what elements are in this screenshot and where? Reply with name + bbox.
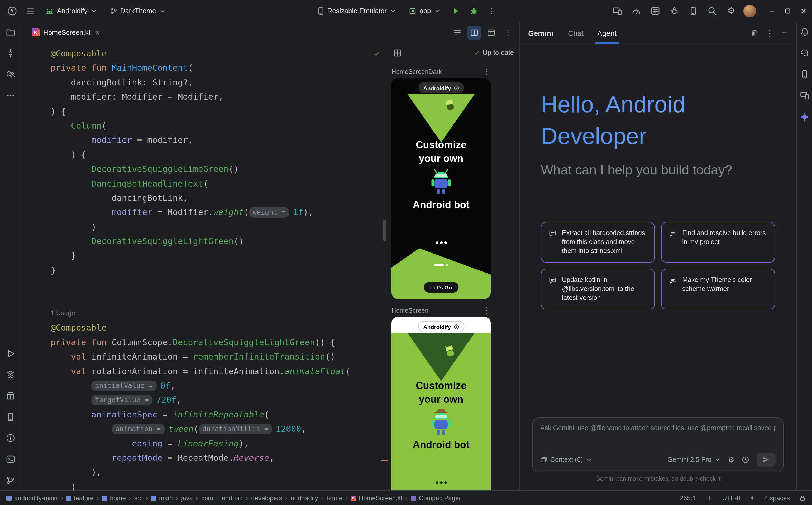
phone-preview-light[interactable]: Androidify Customize your own (391, 317, 491, 490)
suggestion-card[interactable]: Extract all hardcoded strings from this … (541, 222, 655, 263)
minimize-button[interactable] (769, 8, 775, 14)
notifications-button[interactable] (800, 27, 809, 37)
packages-tool-button[interactable] (6, 391, 15, 400)
info-icon (454, 324, 459, 329)
branch-selector[interactable]: DarkTheme (106, 5, 170, 17)
running-devices-button[interactable] (610, 4, 624, 18)
debug-button[interactable] (467, 4, 480, 18)
emulator-tool-button[interactable] (6, 412, 15, 422)
breadcrumb-separator: › (246, 494, 248, 502)
indentation[interactable]: 4 spaces (765, 494, 790, 502)
gemini-tool-button[interactable] (799, 112, 810, 122)
editor-tab[interactable]: K HomeScreen.kt × (25, 22, 106, 43)
profiler-button[interactable] (629, 4, 643, 18)
breadcrumb-item[interactable]: androidify (291, 494, 318, 502)
suggestion-card[interactable]: Find and resolve build errors in my proj… (661, 222, 775, 263)
gradle-tool-button[interactable] (800, 48, 809, 58)
run-button[interactable] (449, 4, 462, 18)
editor-options-button[interactable]: ⋮ (501, 26, 515, 39)
close-button[interactable] (800, 8, 807, 14)
tab-agent[interactable]: Agent (597, 22, 616, 44)
breadcrumb-item[interactable]: home (327, 494, 342, 502)
breadcrumb-separator: › (196, 494, 198, 502)
device-manager-button[interactable] (686, 4, 700, 18)
split-view-button[interactable] (467, 26, 481, 39)
chevron-down-icon (434, 8, 440, 14)
suggestion-card[interactable]: Make my Theme's color scheme warmer (661, 269, 775, 309)
editor-scrollbar[interactable] (383, 220, 386, 241)
run-tool-button[interactable] (6, 349, 15, 358)
more-run-actions-button[interactable]: ⋮ (485, 4, 498, 18)
logcat-button[interactable] (649, 4, 662, 18)
design-view-button[interactable] (484, 26, 498, 39)
settings-button[interactable]: ⚙ (724, 4, 738, 18)
context-chip[interactable]: Context (6) (540, 456, 592, 463)
more-icon (6, 91, 15, 100)
project-selector[interactable]: Androidify (41, 5, 101, 17)
chat-bubble-icon (549, 229, 557, 256)
chevron-down-icon (715, 457, 720, 463)
device-manager-tool-button[interactable] (800, 69, 809, 79)
running-devices-tool-button[interactable] (800, 91, 809, 100)
hide-panel-button[interactable] (781, 29, 788, 36)
run-config-selector[interactable]: app (405, 5, 445, 17)
code-view-button[interactable] (451, 26, 464, 39)
more-tools-button[interactable] (6, 91, 15, 100)
code-line (51, 278, 388, 292)
code-line: @Composable (51, 46, 388, 61)
suggestion-card[interactable]: Update kotlin in @libs.version.toml to t… (541, 269, 655, 309)
info-circle-icon (6, 433, 15, 443)
code-line: ) (51, 219, 388, 234)
breadcrumb-item[interactable]: com (201, 494, 213, 502)
model-selector[interactable]: Gemini 2.5 Pro (668, 456, 720, 463)
app-insights-button[interactable] (668, 4, 681, 18)
gemini-settings-button[interactable]: ⚙ (728, 456, 734, 464)
gemini-icon (799, 112, 810, 122)
breadcrumb-item[interactable]: androidify-main (6, 494, 57, 502)
module-icon (102, 495, 107, 501)
preview-scroll[interactable]: HomeScreenDark ⋮ Androidify (388, 62, 519, 490)
breadcrumb-item[interactable]: main (151, 494, 173, 502)
history-button[interactable] (742, 456, 749, 463)
debug-bug-icon (469, 7, 478, 15)
main-menu-button[interactable] (23, 4, 37, 18)
preview-layout-icon[interactable] (393, 49, 401, 57)
breadcrumb-item[interactable]: feature (66, 494, 94, 502)
problems-tool-button[interactable] (6, 433, 15, 443)
pull-requests-tool-button[interactable] (6, 69, 15, 79)
search-button[interactable] (705, 4, 719, 18)
breadcrumb-item[interactable]: java (181, 494, 193, 502)
maximize-button[interactable] (785, 8, 791, 14)
project-tool-button[interactable] (6, 27, 15, 37)
breadcrumb-item[interactable]: android (222, 494, 243, 502)
close-tab-icon[interactable]: × (95, 28, 100, 37)
lock-icon[interactable] (799, 495, 806, 501)
ai-status-icon[interactable]: ✦ (750, 494, 755, 502)
breadcrumb-separator: › (346, 494, 348, 502)
commit-icon (6, 48, 15, 58)
build-variants-tool-button[interactable] (6, 370, 15, 379)
commit-tool-button[interactable] (6, 48, 15, 58)
breadcrumb-item[interactable]: home (102, 494, 126, 502)
delete-conversation-button[interactable] (750, 29, 758, 37)
version-control-tool-button[interactable] (6, 476, 15, 485)
inspections-ok-icon[interactable]: ✓ (374, 49, 380, 58)
breadcrumb-item[interactable]: src (134, 494, 143, 502)
breadcrumb-item[interactable]: KHomeScreen.kt (351, 494, 402, 502)
gemini-options-button[interactable]: ⋮ (766, 28, 774, 38)
code-editor[interactable]: @Composableprivate fun MainHomeContent( … (21, 43, 388, 490)
preview-options-button[interactable]: ⋮ (483, 67, 491, 76)
gemini-input[interactable]: Ask Gemini, use @filename to attach sour… (533, 417, 784, 472)
terminal-tool-button[interactable] (6, 454, 15, 464)
send-button[interactable] (757, 453, 776, 467)
preview-options-button[interactable]: ⋮ (483, 306, 491, 315)
tab-chat[interactable]: Chat (568, 22, 584, 44)
line-ending[interactable]: LF (705, 494, 713, 502)
phone-preview-dark[interactable]: Androidify Customize your own (391, 78, 491, 299)
caret-position[interactable]: 255:1 (680, 494, 696, 502)
device-selector[interactable]: Resizable Emulator (314, 4, 400, 17)
breadcrumb-item[interactable]: CompactPager (411, 494, 461, 502)
file-encoding[interactable]: UTF-8 (722, 494, 740, 502)
user-avatar[interactable] (743, 4, 756, 17)
breadcrumb-item[interactable]: developers (251, 494, 282, 502)
